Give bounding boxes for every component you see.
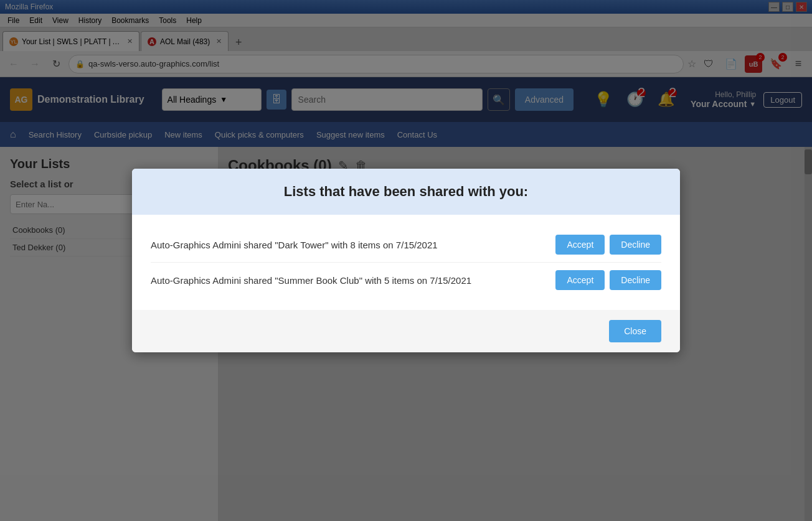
modal-close-button[interactable]: Close	[609, 320, 661, 342]
decline-summer-book-club-button[interactable]: Decline	[610, 270, 661, 290]
shared-item-summer-book-club: Auto-Graphics Admini shared "Summer Book…	[151, 263, 661, 298]
accept-dark-tower-button[interactable]: Accept	[555, 235, 605, 255]
modal-overlay: Lists that have been shared with you: Au…	[0, 0, 812, 521]
shared-item-dark-tower-text: Auto-Graphics Admini shared "Dark Tower"…	[151, 240, 438, 250]
shared-item-dark-tower: Auto-Graphics Admini shared "Dark Tower"…	[151, 227, 661, 263]
shared-item-summer-book-club-text: Auto-Graphics Admini shared "Summer Book…	[151, 275, 471, 286]
modal-title: Lists that have been shared with you:	[151, 184, 661, 200]
decline-dark-tower-button[interactable]: Decline	[610, 235, 661, 255]
modal-footer: Close	[132, 310, 680, 352]
shared-item-summer-book-club-actions: Accept Decline	[555, 270, 661, 290]
modal-body: Auto-Graphics Admini shared "Dark Tower"…	[132, 215, 680, 310]
shared-lists-modal: Lists that have been shared with you: Au…	[132, 169, 680, 352]
accept-summer-book-club-button[interactable]: Accept	[555, 270, 605, 290]
shared-item-dark-tower-actions: Accept Decline	[555, 235, 661, 255]
modal-header: Lists that have been shared with you:	[132, 169, 680, 215]
